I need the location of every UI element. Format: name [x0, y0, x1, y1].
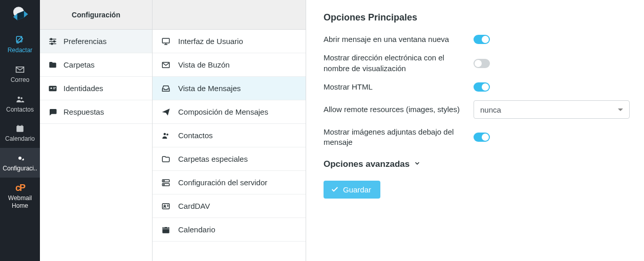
envelope-icon: [161, 60, 171, 70]
section-interfaz-usuario[interactable]: Interfaz de Usuario: [153, 30, 306, 53]
section-configuracion-servidor[interactable]: Configuración del servidor: [153, 171, 306, 194]
ctrl-allow-remote: nunca: [474, 100, 630, 119]
row-show-email-name: Mostrar dirección electrónica con el nom…: [324, 49, 630, 78]
nav-rail: Redactar Correo Contactos Calendario Con: [0, 0, 40, 261]
section-label: Vista de Buzón: [178, 60, 230, 69]
section-carpetas-especiales[interactable]: Carpetas especiales: [153, 147, 306, 171]
settings-categories-column: Configuración Preferencias Carpetas Iden…: [40, 0, 153, 261]
select-allow-remote-value: nunca: [480, 105, 501, 114]
row-allow-remote: Allow remote resources (images, styles) …: [324, 96, 630, 123]
roundcube-logo-icon: [9, 4, 31, 26]
ctrl-inline-images: [474, 133, 630, 142]
rail-label-calendar: Calendario: [5, 136, 35, 143]
rail-label-compose: Redactar: [8, 47, 33, 54]
category-identidades[interactable]: Identidades: [40, 77, 152, 100]
save-button[interactable]: Guardar: [324, 181, 380, 199]
cpanel-icon: cP: [15, 183, 25, 193]
ctrl-show-html: [474, 82, 630, 92]
svg-rect-19: [53, 89, 55, 89]
svg-point-31: [164, 205, 165, 206]
svg-point-24: [164, 133, 166, 135]
server-icon: [161, 178, 171, 187]
toggle-open-new-window[interactable]: [474, 35, 490, 44]
svg-point-5: [20, 97, 23, 99]
svg-rect-34: [162, 227, 169, 233]
advanced-options-title: Opciones avanzadas: [324, 159, 410, 169]
section-vista-mensajes[interactable]: Vista de Mensajes: [153, 77, 306, 100]
section-label: CardDAV: [178, 202, 210, 210]
svg-point-29: [164, 184, 165, 185]
section-label: Carpetas especiales: [178, 155, 248, 163]
category-preferencias[interactable]: Preferencias: [40, 30, 152, 53]
sections-header: [153, 0, 306, 30]
toggle-inline-images[interactable]: [474, 133, 490, 142]
check-icon: [331, 185, 339, 193]
svg-point-4: [18, 96, 20, 99]
section-composicion-mensajes[interactable]: Composición de Mensajes: [153, 100, 306, 124]
section-vista-buzon[interactable]: Vista de Buzón: [153, 53, 306, 77]
preference-sections-column: Interfaz de Usuario Vista de Buzón Vista…: [153, 0, 306, 261]
svg-point-14: [54, 40, 55, 42]
section-contactos[interactable]: Contactos: [153, 124, 306, 147]
label-allow-remote: Allow remote resources (images, styles): [324, 104, 461, 115]
paper-plane-icon: [161, 107, 171, 117]
mail-icon: [15, 64, 25, 75]
inbox-icon: [161, 84, 171, 93]
sliders-icon: [48, 37, 57, 46]
svg-rect-18: [53, 87, 56, 88]
ctrl-show-email-name: [474, 59, 630, 68]
rail-item-mail[interactable]: Correo: [0, 59, 40, 89]
section-calendario[interactable]: Calendario: [153, 218, 306, 242]
category-label: Respuestas: [63, 107, 104, 116]
rail-item-settings[interactable]: Configuraci..: [0, 148, 40, 178]
gear-icon: [15, 153, 25, 163]
main-options-title: Opciones Principales: [324, 12, 630, 23]
rail-item-compose[interactable]: Redactar: [0, 30, 40, 59]
row-inline-images: Mostrar imágenes adjuntas debajo del men…: [324, 123, 630, 152]
section-label: Contactos: [178, 131, 213, 140]
desktop-icon: [161, 37, 171, 46]
category-label: Identidades: [63, 84, 103, 93]
compose-icon: [15, 35, 25, 45]
section-label: Vista de Mensajes: [178, 84, 241, 93]
folder-icon: [48, 60, 57, 70]
category-respuestas[interactable]: Respuestas: [40, 100, 152, 124]
calendar-icon: [15, 123, 25, 134]
users-icon: [161, 131, 171, 140]
toggle-show-html[interactable]: [474, 82, 490, 92]
svg-rect-37: [162, 228, 169, 229]
label-show-email-name: Mostrar dirección electrónica con el nom…: [324, 53, 461, 74]
chevron-down-icon: [414, 159, 421, 169]
folder-outline-icon: [161, 155, 171, 164]
svg-point-15: [51, 43, 53, 45]
content-wrap: Opciones Principales Abrir mensaje en un…: [324, 12, 630, 199]
svg-point-13: [51, 38, 52, 40]
section-label: Interfaz de Usuario: [178, 37, 243, 46]
rail-label-mail: Correo: [11, 77, 30, 84]
app-root: Redactar Correo Contactos Calendario Con: [0, 0, 644, 261]
calendar2-icon: [161, 225, 171, 234]
rail-item-contacts[interactable]: Contactos: [0, 89, 40, 119]
rail-item-calendar[interactable]: Calendario: [0, 118, 40, 148]
svg-point-17: [51, 87, 52, 89]
rail-label-settings: Configuraci..: [3, 165, 37, 172]
row-open-new-window: Abrir mensaje en una ventana nueva: [324, 30, 630, 49]
section-label: Composición de Mensajes: [178, 107, 268, 116]
rail-item-webmail-home[interactable]: cP Webmail Home: [0, 178, 40, 215]
category-label: Preferencias: [63, 37, 106, 46]
select-allow-remote[interactable]: nunca: [474, 100, 630, 119]
rail-label-webmail-2: Home: [12, 203, 28, 210]
category-carpetas[interactable]: Carpetas: [40, 53, 152, 77]
section-label: Configuración del servidor: [178, 178, 267, 187]
toggle-show-email-name[interactable]: [474, 59, 490, 68]
label-show-html: Mostrar HTML: [324, 82, 461, 92]
svg-point-28: [164, 180, 165, 181]
label-open-new-window: Abrir mensaje en una ventana nueva: [324, 34, 461, 45]
id-card-icon: [48, 84, 57, 93]
label-inline-images: Mostrar imágenes adjuntas debajo del men…: [324, 127, 461, 148]
ctrl-open-new-window: [474, 35, 630, 44]
section-carddav[interactable]: CardDAV: [153, 194, 306, 218]
save-button-label: Guardar: [343, 185, 371, 194]
advanced-options-toggle[interactable]: Opciones avanzadas: [324, 159, 630, 169]
row-show-html: Mostrar HTML: [324, 78, 630, 96]
